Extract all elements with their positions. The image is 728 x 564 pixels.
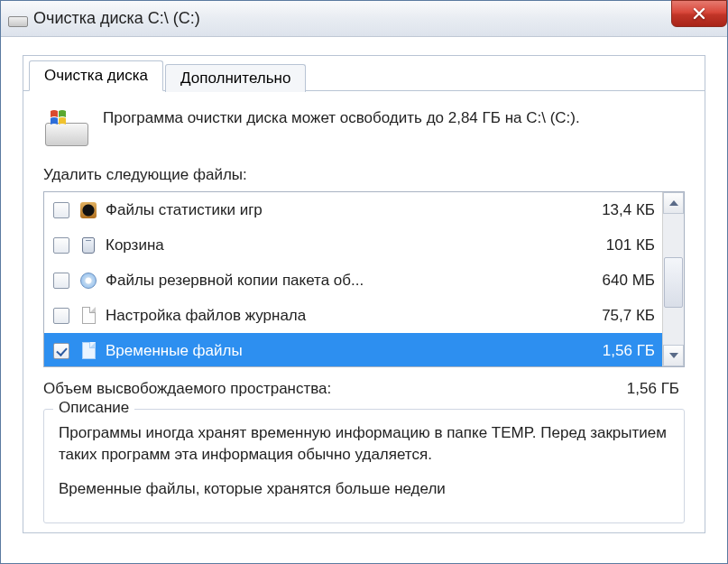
files-to-delete-label: Удалить следующие файлы: xyxy=(43,166,685,184)
disk-cleanup-window: Очистка диска C:\ (C:) Очистка диска Доп… xyxy=(0,0,728,564)
checkbox[interactable] xyxy=(53,237,69,254)
tab-more-options[interactable]: Дополнительно xyxy=(165,64,306,92)
item-size: 75,7 КБ xyxy=(583,307,655,325)
item-label: Файлы статистики игр xyxy=(106,201,572,219)
description-body: Программы иногда хранят временную информ… xyxy=(59,422,669,499)
disk-cleanup-app-icon xyxy=(8,11,26,27)
scrollbar-thumb[interactable] xyxy=(664,257,683,308)
list-item[interactable]: Файлы резервной копии пакета об... 640 М… xyxy=(44,263,662,298)
list-item[interactable]: Временные файлы 1,56 ГБ xyxy=(44,333,662,366)
description-group: Описание Программы иногда хранят временн… xyxy=(43,409,685,523)
close-button[interactable] xyxy=(671,0,727,27)
file-icon xyxy=(78,341,98,361)
windows-flag-icon xyxy=(49,108,70,128)
scroll-up-button[interactable] xyxy=(663,192,684,214)
item-size: 101 КБ xyxy=(583,236,655,254)
total-row: Объем высвобождаемого пространства: 1,56… xyxy=(43,380,685,398)
scrollbar[interactable] xyxy=(662,192,684,366)
game-stats-icon xyxy=(78,200,98,220)
window-title: Очистка диска C:\ (C:) xyxy=(33,9,720,28)
checkbox[interactable] xyxy=(53,343,69,359)
scrollbar-track[interactable] xyxy=(663,214,684,345)
backup-disc-icon xyxy=(78,271,98,291)
file-icon xyxy=(78,306,98,326)
list-item[interactable]: Корзина 101 КБ xyxy=(44,227,662,263)
checkbox[interactable] xyxy=(53,273,69,289)
list-item[interactable]: Настройка файлов журнала 75,7 КБ xyxy=(44,298,662,333)
item-label: Корзина xyxy=(106,236,572,254)
tab-cleanup[interactable]: Очистка диска xyxy=(29,60,163,91)
files-listbox: Файлы статистики игр 13,4 КБ Корзина 101… xyxy=(43,191,685,367)
dialog-frame: Очистка диска Дополнительно Программ xyxy=(23,55,705,533)
item-size: 13,4 КБ xyxy=(583,201,655,219)
checkbox[interactable] xyxy=(53,308,69,324)
description-paragraph-1: Программы иногда хранят временную информ… xyxy=(59,422,669,466)
chevron-down-icon xyxy=(669,353,678,358)
item-label: Временные файлы xyxy=(106,342,572,360)
tab-body: Программа очистки диска может освободить… xyxy=(23,90,705,532)
list-item[interactable]: Файлы статистики игр 13,4 КБ xyxy=(44,192,662,227)
intro-text: Программа очистки диска может освободить… xyxy=(103,108,580,129)
close-icon xyxy=(692,6,706,21)
dialog-content: Очистка диска Дополнительно Программ xyxy=(1,37,727,533)
description-title: Описание xyxy=(53,399,134,417)
disk-cleanup-icon xyxy=(43,108,90,146)
files-list[interactable]: Файлы статистики игр 13,4 КБ Корзина 101… xyxy=(44,192,662,366)
tab-strip: Очистка диска Дополнительно xyxy=(23,56,705,91)
total-label: Объем высвобождаемого пространства: xyxy=(43,380,331,398)
intro-row: Программа очистки диска может освободить… xyxy=(43,108,685,146)
item-size: 640 МБ xyxy=(583,272,655,290)
item-size: 1,56 ГБ xyxy=(583,342,655,360)
titlebar[interactable]: Очистка диска C:\ (C:) xyxy=(1,1,727,37)
total-value: 1,56 ГБ xyxy=(627,380,679,398)
recycle-bin-icon xyxy=(78,236,98,255)
scroll-down-button[interactable] xyxy=(663,345,684,366)
chevron-up-icon xyxy=(669,200,678,206)
checkbox[interactable] xyxy=(53,202,69,218)
item-label: Файлы резервной копии пакета об... xyxy=(106,272,572,290)
item-label: Настройка файлов журнала xyxy=(106,307,572,325)
description-paragraph-2: Временные файлы, которые хранятся больше… xyxy=(59,478,669,500)
